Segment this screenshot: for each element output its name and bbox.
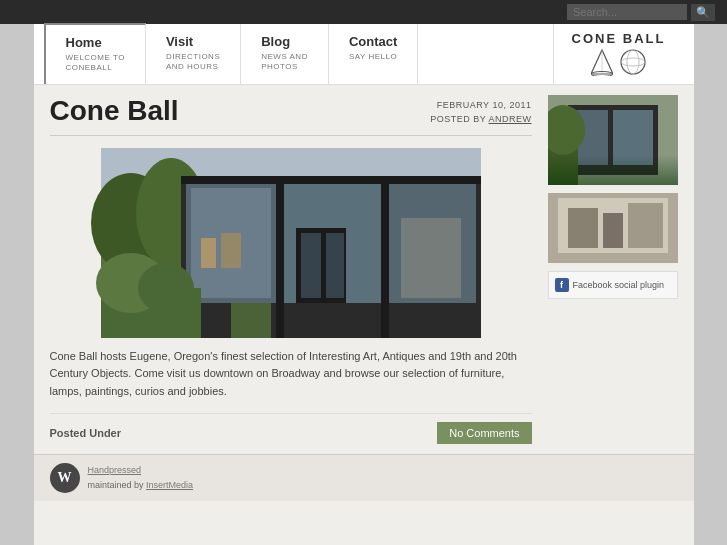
nav-contact-subtitle: SAY HELLO [349, 52, 397, 62]
nav-visit-subtitle: DIRECTIONSAND HOURS [166, 52, 220, 73]
post-author[interactable]: ANDREW [489, 114, 532, 124]
post-description: Cone Ball hosts Eugene, Oregon's finest … [50, 348, 532, 401]
no-comments-button[interactable]: No Comments [437, 422, 531, 444]
posted-by-label: POSTED BY [430, 114, 486, 124]
search-input[interactable] [567, 4, 687, 20]
svg-point-27 [138, 263, 194, 313]
post-title: Cone Ball [50, 95, 179, 127]
logo-graphic [591, 48, 647, 76]
sidebar-image2-svg [548, 193, 678, 263]
content-area: Cone Ball FEBRUARY 10, 2011 POSTED BY AN… [34, 85, 694, 454]
nav-blog-title: Blog [261, 34, 308, 49]
post-author-line: POSTED BY ANDREW [430, 112, 531, 126]
nav-bar: Home WELCOME TOCONEBALL Visit DIRECTIONS… [34, 24, 694, 85]
svg-rect-39 [603, 213, 623, 248]
nav-item-visit[interactable]: Visit DIRECTIONSAND HOURS [146, 24, 241, 84]
footer-text: Handpressed maintained by InsertMedia [88, 463, 194, 492]
nav-home-title: Home [66, 35, 125, 50]
store-front-image [50, 148, 532, 338]
wordpress-logo: W [50, 463, 80, 493]
nav-item-blog[interactable]: Blog NEWS ANDPHOTOS [241, 24, 329, 84]
handpressed-link[interactable]: Handpressed [88, 465, 142, 475]
post-date: FEBRUARY 10, 2011 [430, 98, 531, 112]
svg-rect-40 [628, 203, 663, 248]
svg-point-5 [621, 58, 645, 66]
nav-logo: CONE BALL [554, 24, 684, 84]
nav-spacer [418, 24, 553, 84]
svg-rect-22 [276, 178, 284, 338]
post-header: Cone Ball FEBRUARY 10, 2011 POSTED BY AN… [50, 95, 532, 136]
facebook-plugin: f Facebook social plugin [548, 271, 678, 299]
sphere-icon [619, 48, 647, 76]
svg-rect-38 [568, 208, 598, 248]
wp-letter: W [58, 470, 72, 486]
cone-icon [591, 48, 613, 76]
svg-rect-29 [231, 303, 271, 338]
main-content: Cone Ball FEBRUARY 10, 2011 POSTED BY AN… [50, 95, 532, 444]
logo-title: CONE BALL [572, 31, 666, 46]
nav-item-home[interactable]: Home WELCOME TOCONEBALL [44, 23, 146, 84]
post-footer: Posted Under No Comments [50, 413, 532, 444]
svg-rect-23 [381, 178, 389, 338]
maintained-label: maintained by [88, 480, 144, 490]
nav-blog-subtitle: NEWS ANDPHOTOS [261, 52, 308, 73]
svg-rect-19 [201, 238, 216, 268]
post-meta: FEBRUARY 10, 2011 POSTED BY ANDREW [430, 98, 531, 127]
main-wrapper: Home WELCOME TOCONEBALL Visit DIRECTIONS… [34, 24, 694, 545]
svg-rect-18 [326, 233, 344, 298]
svg-rect-21 [401, 218, 461, 298]
posted-under-label: Posted Under [50, 427, 122, 439]
search-button[interactable]: 🔍 [691, 4, 715, 21]
facebook-icon: f [555, 278, 569, 292]
sidebar-store-svg [548, 95, 678, 185]
nav-home-subtitle: WELCOME TOCONEBALL [66, 53, 125, 74]
sidebar: f Facebook social plugin [548, 95, 678, 444]
store-svg [50, 148, 532, 338]
nav-visit-title: Visit [166, 34, 220, 49]
insertmedia-link[interactable]: InsertMedia [146, 480, 193, 490]
top-bar: 🔍 [0, 0, 727, 24]
nav-item-contact[interactable]: Contact SAY HELLO [329, 24, 418, 84]
sidebar-image-2 [548, 193, 678, 263]
svg-rect-20 [221, 233, 241, 268]
site-footer: W Handpressed maintained by InsertMedia [34, 454, 694, 501]
facebook-label: Facebook social plugin [573, 280, 665, 290]
svg-rect-17 [301, 233, 321, 298]
svg-rect-33 [613, 110, 653, 165]
sidebar-image-1 [548, 95, 678, 185]
svg-point-3 [621, 50, 645, 74]
svg-rect-24 [181, 176, 481, 184]
svg-point-4 [627, 50, 639, 74]
nav-contact-title: Contact [349, 34, 397, 49]
